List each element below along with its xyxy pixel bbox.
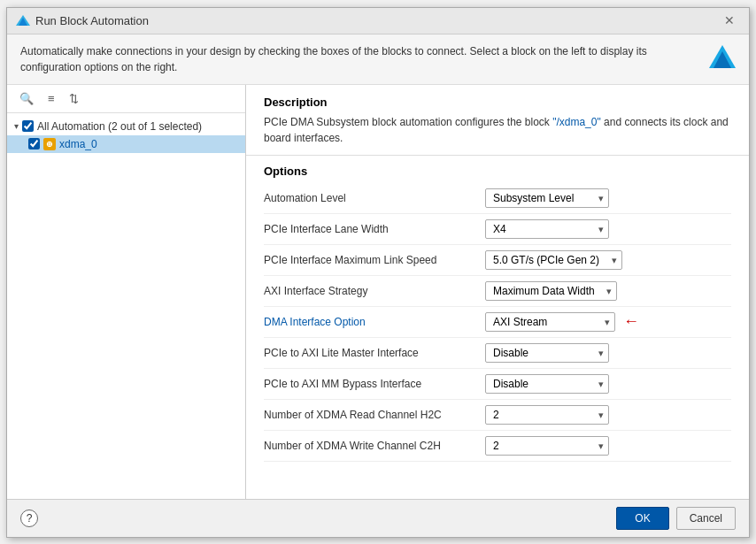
dropdown-wrapper: 1234 <box>485 436 609 456</box>
description-title: Description <box>264 96 731 109</box>
expand-icon[interactable]: ▾ <box>14 121 19 131</box>
option-row: Automation LevelSubsystem LevelComponent… <box>264 183 731 214</box>
title-bar-left: Run Block Automation <box>16 13 149 27</box>
description-bar-text: Automatically make connections in your d… <box>20 43 684 75</box>
options-section: Options Automation LevelSubsystem LevelC… <box>246 156 749 499</box>
tree-child-row[interactable]: ⊕ xdma_0 <box>7 135 245 153</box>
window-title: Run Block Automation <box>35 14 149 27</box>
desc-text1: PCIe DMA Subsystem block automation conf… <box>264 116 552 128</box>
description-paragraph: PCIe DMA Subsystem block automation conf… <box>264 114 731 146</box>
option-control: 1234 <box>485 436 609 456</box>
left-panel: 🔍 ≡ ⇅ ▾ All Automation (2 out of 1 selec… <box>7 85 246 499</box>
app-icon <box>16 13 30 27</box>
title-bar: Run Block Automation ✕ <box>7 8 749 34</box>
root-label: All Automation (2 out of 1 selected) <box>37 120 202 133</box>
dropdown-wrapper: DisableEnable <box>485 374 609 394</box>
dropdown-wrapper: 1234 <box>485 405 609 425</box>
options-container: Automation LevelSubsystem LevelComponent… <box>264 183 731 462</box>
dropdown-wrapper: Subsystem LevelComponent Level <box>485 188 609 208</box>
option-control: 1234 <box>485 405 609 425</box>
description-bar: Automatically make connections in your d… <box>7 34 749 85</box>
root-checkbox[interactable] <box>22 120 34 132</box>
child-label: xdma_0 <box>59 138 97 150</box>
options-header: Options <box>246 156 749 183</box>
option-control: AXI StreamAXI Memory Mapped← <box>485 312 639 332</box>
dropdown-wrapper: DisableEnable <box>485 343 609 363</box>
option-control: 2.5 GT/s (PCIe Gen 1)5.0 GT/s (PCIe Gen … <box>485 250 622 270</box>
option-row: PCIe to AXI Lite Master InterfaceDisable… <box>264 338 731 369</box>
tree-area: ▾ All Automation (2 out of 1 selected) ⊕… <box>7 113 245 499</box>
option-label: PCIe to AXI Lite Master Interface <box>264 347 476 359</box>
footer-right: OK Cancel <box>616 507 736 530</box>
ok-button[interactable]: OK <box>616 507 668 530</box>
option-dropdown[interactable]: Subsystem LevelComponent Level <box>485 188 609 208</box>
option-dropdown[interactable]: DisableEnable <box>485 343 609 363</box>
option-label: Automation Level <box>264 192 476 204</box>
option-dropdown[interactable]: X1X2X4X8X16 <box>485 219 609 239</box>
option-control: DisableEnable <box>485 374 609 394</box>
vivado-logo <box>709 43 736 70</box>
option-label: PCIe Interface Lane Width <box>264 223 476 235</box>
option-row: Number of XDMA Write Channel C2H1234 <box>264 431 731 462</box>
desc-link: "/xdma_0" <box>552 116 601 128</box>
help-button[interactable]: ? <box>20 510 38 527</box>
ip-block-icon: ⊕ <box>43 138 56 150</box>
option-control: DisableEnable <box>485 343 609 363</box>
option-dropdown[interactable]: DisableEnable <box>485 374 609 394</box>
option-row: AXI Interface StrategyMaximum Data Width… <box>264 276 731 307</box>
option-label: Number of XDMA Write Channel C2H <box>264 440 476 452</box>
option-label: DMA Interface Option <box>264 316 476 328</box>
option-control: Subsystem LevelComponent Level <box>485 188 609 208</box>
option-label: AXI Interface Strategy <box>264 285 476 297</box>
dropdown-wrapper: 2.5 GT/s (PCIe Gen 1)5.0 GT/s (PCIe Gen … <box>485 250 622 270</box>
option-row: PCIe Interface Maximum Link Speed2.5 GT/… <box>264 245 731 276</box>
search-button[interactable]: 🔍 <box>14 89 39 108</box>
dropdown-wrapper: AXI StreamAXI Memory Mapped <box>485 312 615 332</box>
option-dropdown[interactable]: 2.5 GT/s (PCIe Gen 1)5.0 GT/s (PCIe Gen … <box>485 250 622 270</box>
option-row: Number of XDMA Read Channel H2C1234 <box>264 400 731 431</box>
dialog: Run Block Automation ✕ Automatically mak… <box>6 7 750 538</box>
expand-all-button[interactable]: ≡ <box>42 89 60 108</box>
option-dropdown[interactable]: AXI StreamAXI Memory Mapped <box>485 312 615 332</box>
option-dropdown[interactable]: Maximum Data WidthPerformance <box>485 281 617 301</box>
option-label: PCIe Interface Maximum Link Speed <box>264 254 476 266</box>
option-dropdown[interactable]: 1234 <box>485 405 609 425</box>
footer-left: ? <box>20 510 38 527</box>
highlight-arrow: ← <box>623 312 639 331</box>
option-control: X1X2X4X8X16 <box>485 219 609 239</box>
option-control: Maximum Data WidthPerformance <box>485 281 617 301</box>
options-scroll[interactable]: Automation LevelSubsystem LevelComponent… <box>246 183 749 499</box>
collapse-all-button[interactable]: ⇅ <box>64 89 84 108</box>
right-panel: Description PCIe DMA Subsystem block aut… <box>246 85 749 499</box>
cancel-button[interactable]: Cancel <box>676 507 736 530</box>
dropdown-wrapper: X1X2X4X8X16 <box>485 219 609 239</box>
main-content: 🔍 ≡ ⇅ ▾ All Automation (2 out of 1 selec… <box>7 85 749 499</box>
toolbar: 🔍 ≡ ⇅ <box>7 85 245 113</box>
option-row: DMA Interface OptionAXI StreamAXI Memory… <box>264 307 731 338</box>
footer: ? OK Cancel <box>7 499 749 537</box>
child-checkbox[interactable] <box>28 138 40 149</box>
tree-root-row[interactable]: ▾ All Automation (2 out of 1 selected) <box>7 118 245 135</box>
option-row: PCIe to AXI MM Bypass InterfaceDisableEn… <box>264 369 731 400</box>
dropdown-wrapper: Maximum Data WidthPerformance <box>485 281 617 301</box>
description-section: Description PCIe DMA Subsystem block aut… <box>246 85 749 156</box>
option-row: PCIe Interface Lane WidthX1X2X4X8X16 <box>264 214 731 245</box>
close-button[interactable]: ✕ <box>719 11 740 29</box>
option-label: PCIe to AXI MM Bypass Interface <box>264 378 476 390</box>
option-label: Number of XDMA Read Channel H2C <box>264 409 476 421</box>
option-dropdown[interactable]: 1234 <box>485 436 609 456</box>
